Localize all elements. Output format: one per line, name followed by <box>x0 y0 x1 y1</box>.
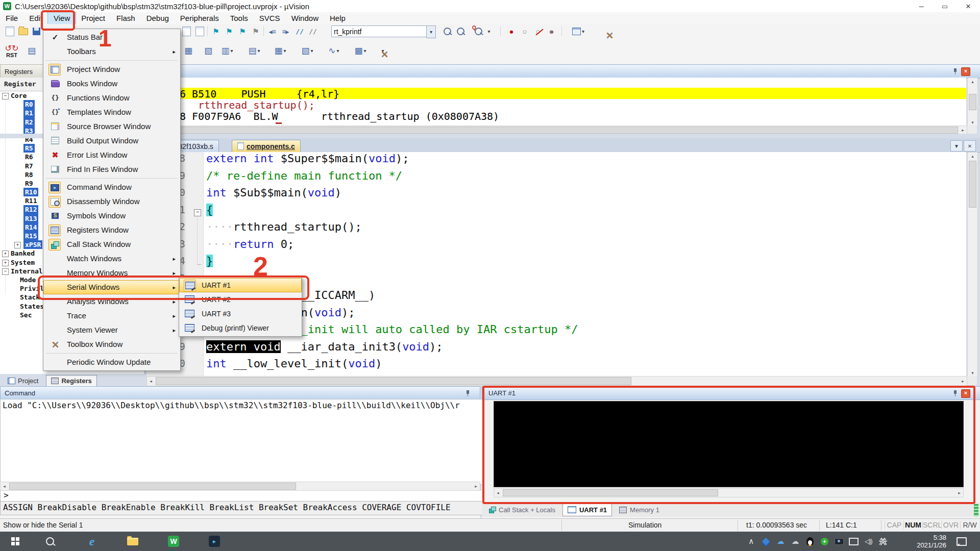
expand-icon[interactable]: + <box>2 251 9 257</box>
disassembly-pane[interactable]: 6 B510 PUSH {r4,lr}rtthread_startup();8 … <box>146 78 966 126</box>
dock-tab-uart-1[interactable]: UART #1 <box>562 503 612 516</box>
find-combo-input[interactable] <box>331 26 431 37</box>
view-menu-item-serial-windows[interactable]: Serial Windows▸ <box>43 280 180 294</box>
command-input[interactable]: > <box>0 490 483 502</box>
maximize-button[interactable]: ▭ <box>933 0 957 12</box>
memory-windows-toolbar-icon[interactable]: ▦▾ <box>273 44 287 57</box>
menubar-item-tools[interactable]: Tools <box>225 12 254 24</box>
uart1-hscrollbar[interactable]: ◂▸ <box>494 488 964 497</box>
qq-icon[interactable] <box>805 537 815 546</box>
code-line-150[interactable]: 150int __low_level_init(void) <box>146 357 966 374</box>
view-menu-item-command-window[interactable]: Command Window <box>43 180 180 194</box>
submenu-item-debug-printf-viewer[interactable]: Debug (printf) Viewer <box>179 321 302 335</box>
menubar-item-help[interactable]: Help <box>324 12 351 24</box>
view-menu-item-find-in-files-window[interactable]: Find In Files Window <box>43 162 180 177</box>
view-menu-item-status-bar[interactable]: Status Bar <box>43 30 180 44</box>
view-menu-item-project-window[interactable]: Project Window <box>43 62 180 77</box>
clear-bookmarks-icon[interactable]: ⚑ <box>249 26 262 37</box>
symbols-toolbar-icon[interactable]: ▥▾ <box>220 44 234 57</box>
fold-icon[interactable]: − <box>194 209 201 216</box>
media-app-icon[interactable]: ▸ <box>203 532 226 551</box>
menubar-item-peripherals[interactable]: Peripherals <box>175 12 225 24</box>
save-icon[interactable] <box>30 26 43 37</box>
view-menu-item-trace[interactable]: Trace▸ <box>43 309 180 323</box>
tab-list-dropdown-icon[interactable]: ▼ <box>950 140 963 152</box>
find-in-files-icon[interactable] <box>440 26 454 37</box>
onedrive-icon[interactable]: ☁ <box>775 537 786 546</box>
wps-icon[interactable]: W <box>162 532 185 551</box>
submenu-item-uart-1[interactable]: UART #1 <box>179 278 302 292</box>
reset-cpu-button[interactable]: ↺↻ RST <box>2 41 21 62</box>
indent-icon[interactable]: ≡▸ <box>279 26 292 37</box>
ime-language-icon[interactable] <box>878 537 888 546</box>
submenu-item-uart-3[interactable]: UART #3 <box>179 307 302 321</box>
search-icon[interactable] <box>39 532 61 551</box>
code-line-143[interactable]: 143····return 0; <box>146 238 966 255</box>
code-editor[interactable]: 138extern int $Super$$main(void);139/* r… <box>146 152 966 376</box>
next-bookmark-icon[interactable]: ⚑ <box>236 26 249 37</box>
expand-icon[interactable]: + <box>2 260 9 266</box>
serial-windows-toolbar-icon[interactable]: ▧▾ <box>300 44 314 57</box>
view-menu-item-watch-windows[interactable]: Watch Windows▸ <box>43 252 180 266</box>
editor-hscrollbar[interactable]: ◂▸ <box>146 376 967 386</box>
code-line-141[interactable]: 141−{ <box>146 204 966 221</box>
code-line-142[interactable]: 142····rtthread_startup(); <box>146 220 966 238</box>
uart1-terminal[interactable] <box>494 401 964 487</box>
pin-icon[interactable] <box>465 390 471 396</box>
menubar-item-project[interactable]: Project <box>76 12 111 24</box>
editor-tab-components-c[interactable]: components.c <box>232 140 301 152</box>
view-menu-item-registers-window[interactable]: Registers Window <box>43 223 180 237</box>
configure-icon[interactable] <box>599 26 612 37</box>
find-dropdown-icon[interactable]: ▾ <box>485 26 492 37</box>
menubar-item-edit[interactable]: Edit <box>23 12 48 24</box>
left-tab-registers[interactable]: Registers <box>46 375 96 386</box>
view-menu-item-symbols-window[interactable]: Symbols Window <box>43 209 180 223</box>
code-line-139[interactable]: 139/* re-define main function */ <box>146 169 966 187</box>
view-menu-item-toolbars[interactable]: Toolbars▸ <box>43 44 180 59</box>
view-menu-item-build-output-window[interactable]: Build Output Window <box>43 134 180 148</box>
command-hscrollbar[interactable]: ◂▸ <box>0 482 480 491</box>
menubar-item-window[interactable]: Window <box>286 12 324 24</box>
tray-expand-icon[interactable]: ∧ <box>746 537 756 546</box>
code-line-149[interactable]: 149extern void __iar_data_init3(void); <box>146 340 966 358</box>
system-viewer-toolbar-icon[interactable]: ▩▾ <box>353 44 368 57</box>
left-tab-project[interactable]: Project <box>3 375 43 386</box>
new-file-icon[interactable] <box>3 26 16 37</box>
view-menu-item-system-viewer[interactable]: System Viewer▸ <box>43 323 180 337</box>
view-menu-item-functions-window[interactable]: Functions Window <box>43 91 180 105</box>
unindent-icon[interactable]: ◂≡ <box>265 26 279 37</box>
view-menu-item-periodic-window-update[interactable]: Periodic Window Update <box>43 355 180 369</box>
taskbar-clock[interactable]: 5:38 2021/1/26 <box>899 532 948 551</box>
pin-icon[interactable] <box>952 68 958 74</box>
view-menu-item-templates-window[interactable]: Templates Window <box>43 105 180 119</box>
capture-icon[interactable] <box>834 538 844 545</box>
window-layout-icon[interactable]: ▾ <box>572 26 585 37</box>
kill-all-breakpoints-icon[interactable]: ● <box>545 26 558 37</box>
view-menu-item-disassembly-window[interactable]: Disassembly Window <box>43 194 180 209</box>
toolbox-toolbar-icon[interactable]: ▾ <box>375 44 389 57</box>
view-menu-item-call-stack-window[interactable]: Call Stack Window <box>43 237 180 252</box>
insert-breakpoint-icon[interactable]: ● <box>505 26 518 37</box>
command-window-toolbar-icon[interactable]: ▦ <box>181 44 195 57</box>
watch-windows-toolbar-icon[interactable]: ▤▾ <box>247 44 261 57</box>
pin-icon[interactable] <box>952 390 958 396</box>
minimize-button[interactable]: ─ <box>910 0 933 12</box>
open-file-icon[interactable] <box>16 26 30 37</box>
disassembly-toolbar-icon[interactable]: ▧ <box>201 44 215 57</box>
submenu-item-uart-2[interactable]: UART #2 <box>179 292 302 307</box>
view-menu-item-books-window[interactable]: Books Window <box>43 77 180 91</box>
incremental-find-icon[interactable]: Q <box>472 26 485 37</box>
prev-bookmark-icon[interactable]: ⚑ <box>223 26 236 37</box>
comment-icon[interactable]: // <box>293 26 306 37</box>
copy-icon[interactable] <box>180 26 193 37</box>
toggle-bookmark-icon[interactable]: ⚑ <box>209 26 223 37</box>
file-explorer-icon[interactable] <box>121 532 144 551</box>
action-center-icon[interactable] <box>950 532 973 551</box>
menubar-item-file[interactable]: File <box>0 12 23 24</box>
disable-all-breakpoints-icon[interactable]: ○ <box>531 26 545 37</box>
menubar-item-view[interactable]: View <box>48 12 76 24</box>
editor-vscrollbar[interactable]: ▴▾ <box>967 152 978 377</box>
paste-icon[interactable] <box>193 26 206 37</box>
volume-icon[interactable]: ◁)) <box>864 538 874 545</box>
edge-browser-icon[interactable]: e <box>81 532 103 551</box>
